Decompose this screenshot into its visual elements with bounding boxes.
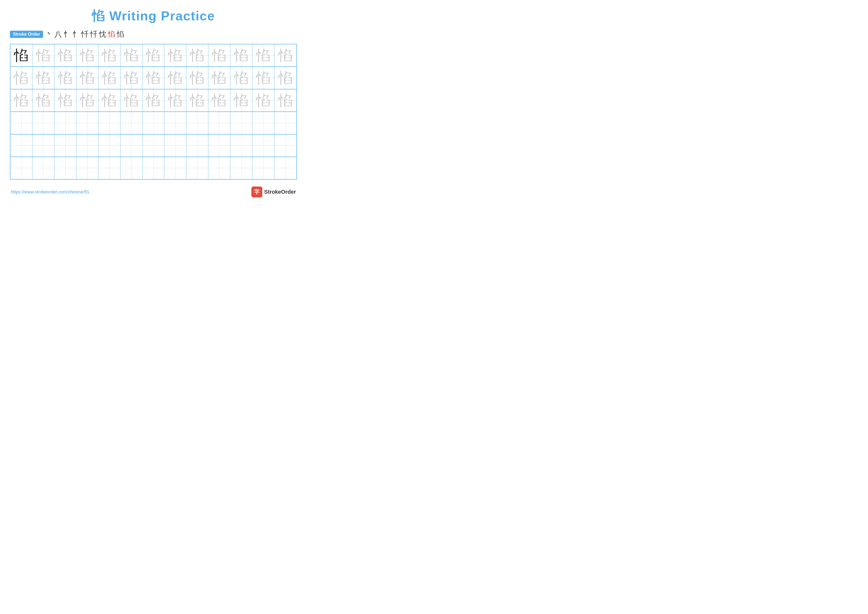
grid-cell-4-3 bbox=[54, 112, 76, 134]
grid-cell-1-1: 惂 bbox=[10, 44, 33, 66]
grid-cell-1-4: 惂 bbox=[76, 44, 98, 66]
grid-cell-3-2: 惂 bbox=[33, 89, 54, 112]
grid-cell-3-11: 惂 bbox=[230, 89, 253, 112]
grid-cell-1-3: 惂 bbox=[54, 44, 76, 66]
stroke-7: 忱 bbox=[99, 29, 106, 39]
grid-cell-6-10 bbox=[208, 157, 230, 179]
grid-cell-3-8: 惂 bbox=[164, 89, 186, 112]
grid-cell-5-11 bbox=[230, 135, 253, 157]
stroke-order-badge: Stroke Order bbox=[10, 31, 43, 38]
grid-cell-2-11: 惂 bbox=[230, 67, 253, 89]
page-title: 惂 Writing Practice bbox=[10, 8, 297, 25]
grid-cell-2-7: 惂 bbox=[143, 67, 164, 89]
grid-cell-3-13: 惂 bbox=[274, 89, 296, 112]
grid-cell-5-6 bbox=[121, 135, 143, 157]
stroke-3: 忄 bbox=[64, 29, 71, 39]
grid-cell-2-4: 惂 bbox=[76, 67, 98, 89]
grid-cell-2-6: 惂 bbox=[121, 67, 143, 89]
grid-cell-3-3: 惂 bbox=[54, 89, 76, 112]
grid-cell-1-9: 惂 bbox=[186, 44, 208, 66]
grid-cell-1-8: 惂 bbox=[164, 44, 186, 66]
stroke-2: 八 bbox=[54, 29, 62, 39]
logo-text: StrokeOrder bbox=[264, 189, 296, 195]
grid-row-5 bbox=[10, 135, 296, 157]
grid-cell-1-10: 惂 bbox=[208, 44, 230, 66]
grid-cell-6-1 bbox=[10, 157, 33, 179]
footer: https://www.strokeorder.com/chinese/惂 字 … bbox=[10, 187, 297, 197]
grid-cell-4-10 bbox=[208, 112, 230, 134]
grid-cell-2-12: 惂 bbox=[253, 67, 274, 89]
grid-cell-3-5: 惂 bbox=[98, 89, 121, 112]
grid-cell-3-1: 惂 bbox=[10, 89, 33, 112]
grid-cell-1-5: 惂 bbox=[98, 44, 121, 66]
grid-cell-2-5: 惂 bbox=[98, 67, 121, 89]
grid-cell-6-4 bbox=[76, 157, 98, 179]
stroke-5: 忏 bbox=[81, 29, 88, 39]
grid-cell-2-1: 惂 bbox=[10, 67, 33, 89]
grid-cell-3-9: 惂 bbox=[186, 89, 208, 112]
stroke-order-row: Stroke Order 丶 八 忄 忄 忏 忏 忱 惂 惂 bbox=[10, 29, 297, 39]
grid-cell-4-1 bbox=[10, 112, 33, 134]
stroke-order-chars: 丶 八 忄 忄 忏 忏 忱 惂 惂 bbox=[45, 29, 124, 39]
grid-cell-6-9 bbox=[186, 157, 208, 179]
grid-cell-6-7 bbox=[143, 157, 164, 179]
grid-cell-4-7 bbox=[143, 112, 164, 134]
grid-cell-3-12: 惂 bbox=[253, 89, 274, 112]
grid-cell-5-7 bbox=[143, 135, 164, 157]
grid-cell-4-11 bbox=[230, 112, 253, 134]
grid-cell-1-13: 惂 bbox=[274, 44, 296, 66]
grid-cell-1-11: 惂 bbox=[230, 44, 253, 66]
stroke-8: 惂 bbox=[108, 29, 115, 39]
grid-cell-4-5 bbox=[98, 112, 121, 134]
stroke-4: 忄 bbox=[72, 29, 80, 39]
stroke-1: 丶 bbox=[45, 29, 53, 39]
grid-cell-1-7: 惂 bbox=[143, 44, 164, 66]
grid-cell-2-3: 惂 bbox=[54, 67, 76, 89]
grid-cell-6-6 bbox=[121, 157, 143, 179]
grid-cell-4-13 bbox=[274, 112, 296, 134]
grid-cell-2-9: 惂 bbox=[186, 67, 208, 89]
grid-cell-5-4 bbox=[76, 135, 98, 157]
grid-cell-4-6 bbox=[121, 112, 143, 134]
grid-cell-6-2 bbox=[33, 157, 54, 179]
practice-grid: 惂 惂 惂 惂 惂 惂 惂 惂 惂 惂 惂 惂 惂 惂 惂 惂 惂 惂 惂 惂 … bbox=[10, 44, 297, 180]
grid-cell-4-8 bbox=[164, 112, 186, 134]
grid-cell-6-12 bbox=[253, 157, 274, 179]
grid-cell-4-9 bbox=[186, 112, 208, 134]
grid-row-2: 惂 惂 惂 惂 惂 惂 惂 惂 惂 惂 惂 惂 惂 bbox=[10, 67, 296, 89]
grid-cell-5-10 bbox=[208, 135, 230, 157]
grid-cell-2-8: 惂 bbox=[164, 67, 186, 89]
grid-cell-6-5 bbox=[98, 157, 121, 179]
stroke-6: 忏 bbox=[90, 29, 98, 39]
grid-cell-3-6: 惂 bbox=[121, 89, 143, 112]
grid-cell-5-8 bbox=[164, 135, 186, 157]
grid-cell-3-7: 惂 bbox=[143, 89, 164, 112]
grid-cell-5-13 bbox=[274, 135, 296, 157]
grid-cell-4-4 bbox=[76, 112, 98, 134]
grid-cell-2-10: 惂 bbox=[208, 67, 230, 89]
grid-cell-6-8 bbox=[164, 157, 186, 179]
grid-cell-5-9 bbox=[186, 135, 208, 157]
grid-cell-6-3 bbox=[54, 157, 76, 179]
grid-cell-2-13: 惂 bbox=[274, 67, 296, 89]
grid-cell-5-2 bbox=[33, 135, 54, 157]
grid-cell-5-1 bbox=[10, 135, 33, 157]
footer-logo: 字 StrokeOrder bbox=[251, 187, 296, 197]
logo-icon: 字 bbox=[251, 187, 262, 197]
grid-cell-6-11 bbox=[230, 157, 253, 179]
grid-cell-2-2: 惂 bbox=[33, 67, 54, 89]
grid-row-3: 惂 惂 惂 惂 惂 惂 惂 惂 惂 惂 惂 惂 惂 bbox=[10, 89, 296, 112]
stroke-9: 惂 bbox=[117, 29, 124, 39]
grid-cell-3-10: 惂 bbox=[208, 89, 230, 112]
grid-row-6 bbox=[10, 157, 296, 179]
footer-url[interactable]: https://www.strokeorder.com/chinese/惂 bbox=[11, 189, 89, 195]
grid-cell-5-12 bbox=[253, 135, 274, 157]
grid-row-4 bbox=[10, 112, 296, 135]
grid-cell-4-2 bbox=[33, 112, 54, 134]
grid-cell-4-12 bbox=[253, 112, 274, 134]
grid-cell-3-4: 惂 bbox=[76, 89, 98, 112]
grid-cell-1-2: 惂 bbox=[33, 44, 54, 66]
grid-cell-5-5 bbox=[98, 135, 121, 157]
grid-row-1: 惂 惂 惂 惂 惂 惂 惂 惂 惂 惂 惂 惂 惂 bbox=[10, 44, 296, 67]
grid-cell-5-3 bbox=[54, 135, 76, 157]
